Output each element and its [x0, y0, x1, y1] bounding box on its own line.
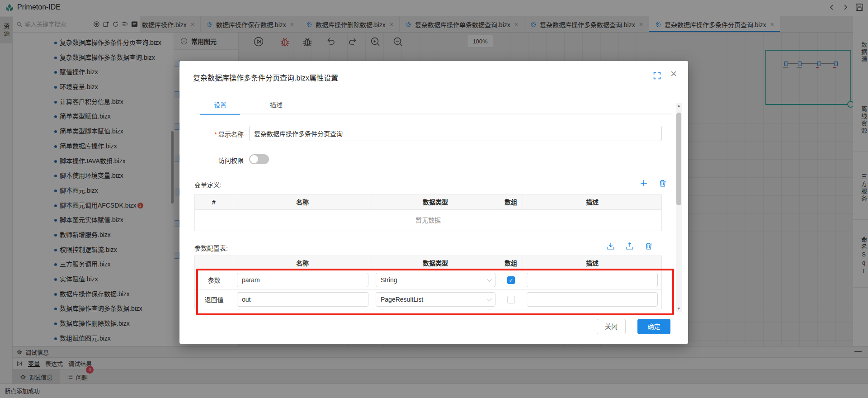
close-icon[interactable]: ×	[670, 67, 677, 80]
export-params-icon[interactable]	[626, 242, 634, 250]
col-header: 数据类型	[372, 195, 499, 209]
tab-settings[interactable]: 设置	[200, 100, 240, 115]
variables-section-label: 变量定义:	[194, 180, 222, 189]
tab-description[interactable]: 描述	[256, 100, 296, 115]
chevron-down-icon	[487, 296, 492, 301]
scroll-down-icon[interactable]: ▼	[676, 306, 682, 312]
col-header: 名称	[233, 195, 372, 209]
return-desc-input[interactable]	[527, 292, 658, 307]
tabs-divider	[196, 114, 672, 114]
scrollbar-thumb[interactable]	[676, 113, 681, 205]
col-header: 数组	[499, 256, 523, 270]
required-star: *	[215, 131, 217, 138]
display-name-input[interactable]	[249, 126, 662, 141]
add-variable-icon[interactable]	[640, 179, 648, 187]
close-button[interactable]: 关闭	[597, 319, 626, 334]
delete-variable-icon[interactable]	[659, 179, 667, 187]
col-header: 数据类型	[372, 256, 499, 270]
col-header: #	[195, 195, 233, 209]
params-table: 名称 数据类型 数组 描述 参数 String ✓ 返回值 PageResult…	[194, 256, 662, 309]
ok-button[interactable]: 确定	[637, 319, 670, 334]
col-header: 名称	[233, 256, 372, 270]
dialog-title: 复杂数据库操作多条件分页查询.bizx属性设置	[193, 72, 338, 83]
properties-dialog: 复杂数据库操作多条件分页查询.bizx属性设置 × 设置 描述 *显示名称 访问…	[179, 61, 688, 344]
display-name-label: *显示名称	[193, 129, 244, 138]
access-label: 访问权限	[193, 156, 244, 165]
row-label: 返回值	[195, 295, 233, 304]
toggle-knob	[250, 155, 258, 163]
params-section-label: 参数配置表:	[194, 243, 228, 252]
col-header	[195, 256, 233, 270]
fullscreen-icon[interactable]	[653, 72, 661, 80]
dialog-tabs: 设置 描述	[200, 100, 296, 115]
delete-param-icon[interactable]	[645, 242, 653, 250]
chevron-down-icon	[487, 277, 492, 282]
app-root: Primeton-IDE 资源 复杂数据库操作多条件分页查询.bizx 复杂数据…	[0, 0, 868, 398]
param-row: 参数 String ✓	[195, 270, 661, 290]
array-checkbox-checked[interactable]: ✓	[507, 276, 515, 284]
param-name-input[interactable]	[237, 273, 368, 287]
return-type-select[interactable]: PageResultList	[376, 292, 495, 307]
param-desc-input[interactable]	[527, 273, 658, 287]
access-toggle[interactable]	[249, 154, 269, 164]
dialog-scrollbar[interactable]: ▲ ▼	[676, 103, 682, 312]
empty-data-text: 暂无数据	[195, 210, 661, 231]
import-params-icon[interactable]	[607, 242, 615, 250]
array-checkbox-unchecked[interactable]	[507, 296, 515, 303]
param-row: 返回值 PageResultList	[195, 290, 661, 309]
param-type-select[interactable]: String	[376, 273, 495, 287]
row-label: 参数	[195, 275, 233, 284]
col-header: 数组	[499, 195, 523, 209]
scroll-up-icon[interactable]: ▲	[676, 103, 682, 109]
variables-table: # 名称 数据类型 数组 描述 暂无数据	[194, 194, 662, 231]
return-name-input[interactable]	[237, 292, 368, 307]
col-header: 描述	[523, 256, 661, 270]
col-header: 描述	[523, 195, 661, 209]
